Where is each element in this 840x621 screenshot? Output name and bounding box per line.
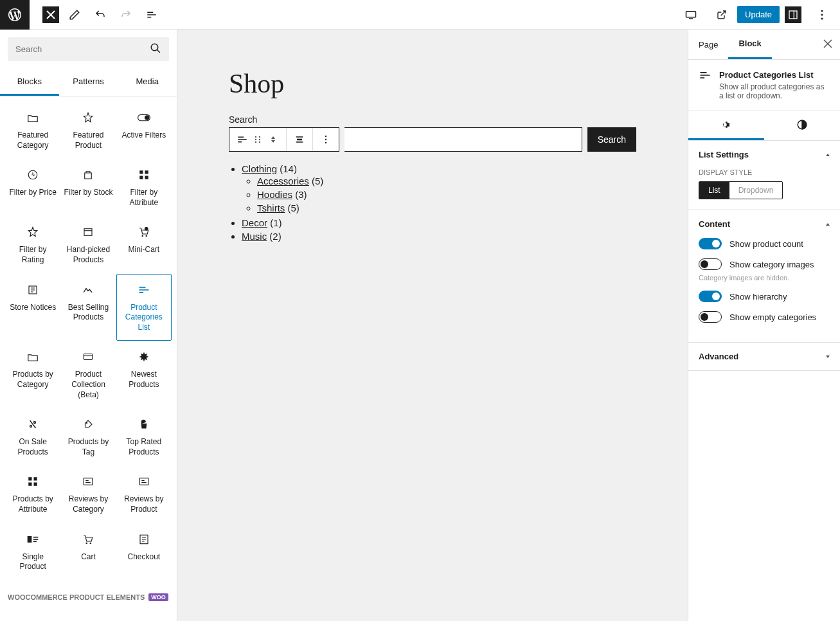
- block-item[interactable]: Featured Product: [60, 102, 116, 159]
- panel-list-settings[interactable]: List Settings: [688, 141, 840, 168]
- wordpress-logo[interactable]: [0, 0, 30, 30]
- view-icon[interactable]: [681, 4, 701, 25]
- options-icon[interactable]: [812, 4, 832, 25]
- block-item[interactable]: Filter by Price: [5, 159, 60, 216]
- settings-toggle-button[interactable]: [785, 6, 801, 23]
- block-item[interactable]: Store Notices: [5, 274, 60, 341]
- close-inserter-button[interactable]: [42, 6, 59, 23]
- search-input[interactable]: [15, 44, 150, 54]
- block-item[interactable]: On Sale Products: [5, 408, 60, 465]
- block-item[interactable]: Product Categories List: [116, 274, 172, 341]
- tab-blocks[interactable]: Blocks: [0, 69, 59, 96]
- list-item: Decor (1): [242, 216, 636, 230]
- block-label: Filter by Stock: [64, 188, 112, 198]
- block-item[interactable]: Active Filters: [116, 102, 172, 159]
- category-list: Clothing (14)Accessories (5)Hoodies (3)T…: [229, 162, 636, 243]
- block-item[interactable]: Filter by Attribute: [116, 159, 172, 216]
- styles-tab[interactable]: [764, 111, 840, 140]
- block-item[interactable]: Reviews by Product: [116, 465, 172, 523]
- update-button[interactable]: Update: [737, 6, 780, 23]
- block-item[interactable]: Reviews by Category: [60, 465, 116, 523]
- chevron-up-icon: [826, 223, 830, 226]
- external-link-icon[interactable]: [711, 4, 732, 25]
- svg-point-16: [145, 228, 148, 231]
- toggle-empty-categories[interactable]: [699, 311, 722, 323]
- block-item[interactable]: Product Price: [5, 614, 60, 621]
- svg-point-35: [259, 136, 260, 138]
- svg-point-39: [259, 141, 260, 143]
- move-icon[interactable]: [265, 132, 281, 147]
- block-label: Hand-picked Products: [64, 245, 112, 265]
- tab-patterns[interactable]: Patterns: [59, 69, 118, 96]
- block-icon: [136, 417, 152, 432]
- settings-sidebar: Page Block Product Categories List Show …: [688, 30, 840, 621]
- block-icon: [25, 417, 40, 432]
- inserter-search[interactable]: [8, 37, 169, 61]
- option-dropdown[interactable]: Dropdown: [729, 182, 783, 199]
- more-options-icon[interactable]: [318, 132, 334, 147]
- block-item[interactable]: Featured Category: [5, 102, 60, 159]
- block-item[interactable]: Hand-picked Products: [60, 216, 116, 273]
- svg-point-31: [90, 543, 91, 544]
- block-item[interactable]: Products by Attribute: [5, 465, 60, 523]
- block-inserter: Blocks Patterns Media Featured CategoryF…: [0, 30, 177, 621]
- undo-icon[interactable]: [90, 4, 111, 25]
- block-icon: [136, 282, 152, 298]
- svg-point-15: [146, 236, 147, 237]
- close-sidebar-button[interactable]: [816, 32, 840, 58]
- svg-rect-0: [686, 11, 696, 17]
- category-link[interactable]: Decor: [242, 217, 267, 228]
- tab-block[interactable]: Block: [728, 30, 771, 59]
- page-title[interactable]: Shop: [229, 68, 636, 99]
- category-link[interactable]: Hoodies: [257, 189, 292, 200]
- svg-point-38: [255, 141, 256, 143]
- category-link[interactable]: Accessories: [257, 176, 309, 186]
- block-label: Filter by Rating: [8, 245, 57, 265]
- block-type-icon[interactable]: [235, 132, 250, 147]
- category-link[interactable]: Clothing: [242, 163, 277, 174]
- block-label: Top Rated Products: [120, 437, 168, 457]
- list-item: Accessories (5): [257, 174, 636, 188]
- block-item[interactable]: Products by Category: [5, 341, 60, 408]
- document-overview-icon[interactable]: [141, 4, 162, 25]
- redo-icon[interactable]: [116, 4, 136, 25]
- block-item[interactable]: Filter by Rating: [5, 216, 60, 273]
- toggle-hierarchy[interactable]: [699, 291, 722, 302]
- svg-rect-12: [145, 176, 148, 179]
- panel-advanced[interactable]: Advanced: [688, 343, 840, 370]
- block-item[interactable]: Filter by Stock: [60, 159, 116, 216]
- option-list[interactable]: List: [699, 182, 729, 199]
- block-item[interactable]: Mini-Cart: [116, 216, 172, 273]
- block-label: Products by Tag: [64, 437, 112, 457]
- block-label: Reviews by Product: [120, 494, 168, 514]
- block-item[interactable]: Checkout: [116, 523, 172, 580]
- search-field[interactable]: [344, 127, 582, 152]
- block-item[interactable]: Best Selling Products: [60, 274, 116, 341]
- block-item[interactable]: Cart: [60, 523, 116, 580]
- svg-rect-27: [33, 536, 39, 537]
- align-icon[interactable]: [292, 132, 307, 147]
- svg-rect-29: [33, 541, 37, 542]
- block-label: Product Collection (Beta): [64, 370, 112, 400]
- edit-icon[interactable]: [64, 4, 85, 25]
- svg-point-30: [86, 543, 87, 544]
- block-item[interactable]: Newest Products: [116, 341, 172, 408]
- block-label: Newest Products: [120, 370, 168, 390]
- panel-content[interactable]: Content: [688, 210, 840, 238]
- toggle-product-count[interactable]: [699, 238, 722, 249]
- block-item[interactable]: Products by Tag: [60, 408, 116, 465]
- help-text: Category images are hidden.: [699, 274, 830, 282]
- category-link[interactable]: Tshirts: [257, 203, 285, 213]
- block-item[interactable]: Product Collection (Beta): [60, 341, 116, 408]
- block-item[interactable]: Single Product: [5, 523, 60, 580]
- category-link[interactable]: Music: [242, 231, 267, 242]
- tab-page[interactable]: Page: [688, 31, 728, 59]
- block-icon: [25, 110, 40, 125]
- toggle-category-images[interactable]: [699, 258, 722, 270]
- drag-handle-icon[interactable]: [250, 132, 265, 147]
- block-label: Active Filters: [121, 130, 166, 141]
- block-item[interactable]: Top Rated Products: [116, 408, 172, 465]
- settings-tab[interactable]: [688, 111, 764, 140]
- tab-media[interactable]: Media: [118, 69, 177, 96]
- search-button[interactable]: Search: [587, 127, 636, 152]
